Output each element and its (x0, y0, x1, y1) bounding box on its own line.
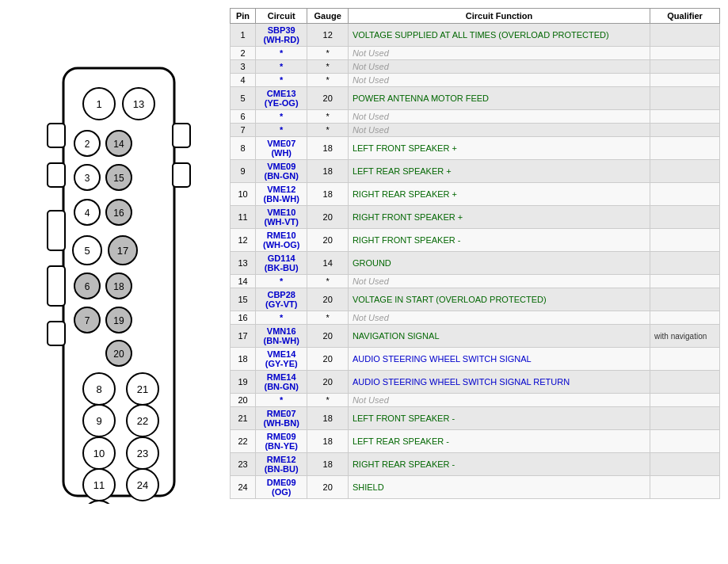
function-cell: Not Used (348, 275, 650, 288)
table-row: 15CBP28(GY-VT)20VOLTAGE IN START (OVERLO… (231, 288, 720, 311)
pin-cell: 15 (231, 288, 256, 311)
function-cell: RIGHT REAR SPEAKER - (348, 453, 650, 476)
qualifier-cell (650, 60, 720, 74)
col-header-circuit: Circuit (256, 9, 307, 24)
col-header-function: Circuit Function (348, 9, 650, 24)
qualifier-cell: with navigation (650, 325, 720, 348)
svg-rect-1 (48, 124, 65, 147)
table-row: 14**Not Used (231, 275, 720, 288)
col-header-qualifier: Qualifier (650, 9, 720, 24)
gauge-cell: * (307, 60, 349, 74)
gauge-cell: 20 (307, 325, 349, 348)
table-row: 4**Not Used (231, 74, 720, 87)
circuit-cell: VME07(WH) (256, 137, 307, 160)
function-cell: Not Used (348, 394, 650, 407)
pin-cell: 18 (231, 348, 256, 371)
function-cell: VOLTAGE SUPPLIED AT ALL TIMES (OVERLOAD … (348, 24, 650, 47)
table-row: 11VME10(WH-VT)20RIGHT FRONT SPEAKER + (231, 206, 720, 229)
pin-cell: 2 (231, 47, 256, 60)
table-row: 20**Not Used (231, 394, 720, 407)
table-row: 3**Not Used (231, 60, 720, 74)
qualifier-cell (650, 371, 720, 394)
svg-text:13: 13 (133, 98, 144, 110)
pin-table-section: Pin Circuit Gauge Circuit Function Quali… (230, 8, 720, 556)
svg-text:3: 3 (85, 173, 90, 184)
function-cell: GROUND (348, 252, 650, 275)
circuit-cell: CME13(YE-OG) (256, 87, 307, 110)
col-header-pin: Pin (231, 9, 256, 24)
pin-cell: 22 (231, 430, 256, 453)
svg-text:6: 6 (85, 281, 90, 292)
gauge-cell: 20 (307, 476, 349, 499)
pin-cell: 4 (231, 74, 256, 87)
col-header-gauge: Gauge (307, 9, 349, 24)
qualifier-cell (650, 407, 720, 430)
qualifier-cell (650, 124, 720, 137)
svg-text:16: 16 (113, 208, 124, 219)
svg-rect-2 (48, 163, 65, 187)
circuit-cell: VME09(BN-GN) (256, 160, 307, 183)
qualifier-cell (650, 288, 720, 311)
pin-cell: 21 (231, 407, 256, 430)
gauge-cell: * (307, 47, 349, 60)
qualifier-cell (650, 430, 720, 453)
function-cell: SHIELD (348, 476, 650, 499)
function-cell: Not Used (348, 47, 650, 60)
circuit-cell: CBP28(GY-VT) (256, 288, 307, 311)
table-row: 21RME07(WH-BN)18LEFT FRONT SPEAKER - (231, 407, 720, 430)
function-cell: Not Used (348, 60, 650, 74)
gauge-cell: 20 (307, 288, 349, 311)
table-row: 12RME10(WH-OG)20RIGHT FRONT SPEAKER - (231, 229, 720, 252)
function-cell: AUDIO STEERING WHEEL SWITCH SIGNAL (348, 348, 650, 371)
pin-cell: 11 (231, 206, 256, 229)
table-row: 17VMN16(BN-WH)20NAVIGATION SIGNALwith na… (231, 325, 720, 348)
circuit-cell: * (256, 275, 307, 288)
qualifier-cell (650, 160, 720, 183)
svg-text:21: 21 (137, 383, 148, 395)
svg-text:23: 23 (137, 448, 148, 459)
circuit-cell: GD114(BK-BU) (256, 252, 307, 275)
gauge-cell: * (307, 110, 349, 124)
table-row: 13GD114(BK-BU)14GROUND (231, 252, 720, 275)
circuit-cell: RME07(WH-BN) (256, 407, 307, 430)
svg-text:4: 4 (85, 208, 90, 219)
function-cell: RIGHT FRONT SPEAKER - (348, 229, 650, 252)
svg-text:9: 9 (96, 415, 101, 427)
table-row: 24DME09(OG)20SHIELD (231, 476, 720, 499)
connector-diagram: 1 13 2 14 3 15 4 16 5 17 6 18 (8, 8, 230, 556)
table-row: 10VME12(BN-WH)18RIGHT REAR SPEAKER + (231, 183, 720, 206)
svg-text:10: 10 (93, 448, 105, 459)
circuit-cell: * (256, 110, 307, 124)
gauge-cell: * (307, 394, 349, 407)
gauge-cell: 20 (307, 371, 349, 394)
pin-cell: 13 (231, 252, 256, 275)
svg-text:14: 14 (113, 139, 124, 150)
gauge-cell: * (307, 275, 349, 288)
pin-cell: 6 (231, 110, 256, 124)
circuit-cell: VME10(WH-VT) (256, 206, 307, 229)
gauge-cell: * (307, 74, 349, 87)
pin-cell: 23 (231, 453, 256, 476)
circuit-cell: SBP39(WH-RD) (256, 24, 307, 47)
gauge-cell: 18 (307, 137, 349, 160)
function-cell: LEFT FRONT SPEAKER + (348, 137, 650, 160)
qualifier-cell (650, 229, 720, 252)
table-row: 8VME07(WH)18LEFT FRONT SPEAKER + (231, 137, 720, 160)
circuit-cell: VME14(GY-YE) (256, 348, 307, 371)
pin-cell: 5 (231, 87, 256, 110)
gauge-cell: 18 (307, 183, 349, 206)
pin-cell: 3 (231, 60, 256, 74)
function-cell: Not Used (348, 124, 650, 137)
function-cell: Not Used (348, 311, 650, 325)
qualifier-cell (650, 24, 720, 47)
svg-text:5: 5 (84, 245, 90, 257)
pin-cell: 8 (231, 137, 256, 160)
circuit-cell: * (256, 74, 307, 87)
qualifier-cell (650, 394, 720, 407)
table-row: 1SBP39(WH-RD)12VOLTAGE SUPPLIED AT ALL T… (231, 24, 720, 47)
svg-rect-5 (48, 322, 65, 345)
svg-text:1: 1 (96, 98, 101, 110)
function-cell: Not Used (348, 110, 650, 124)
gauge-cell: 14 (307, 252, 349, 275)
svg-rect-6 (173, 124, 190, 147)
